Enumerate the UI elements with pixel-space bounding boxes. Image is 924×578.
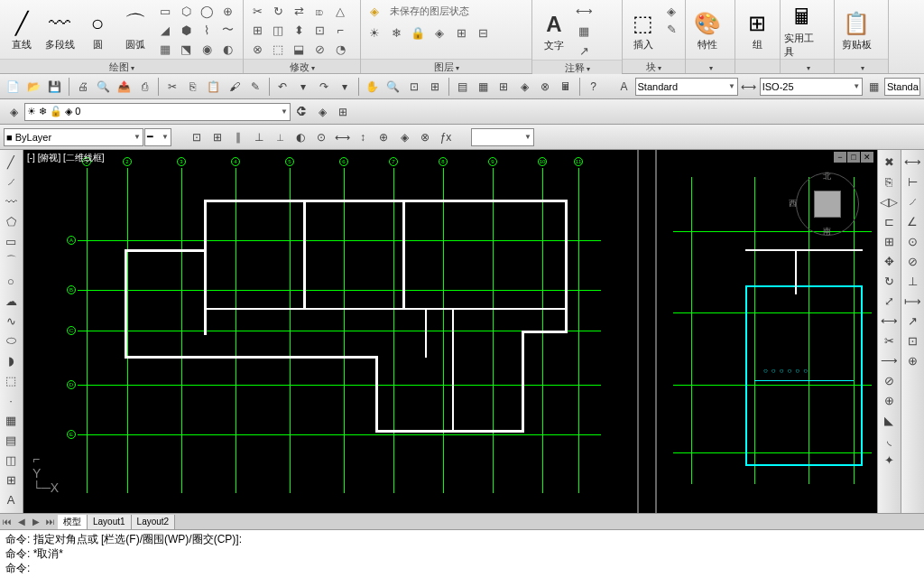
para-tool[interactable]: ⊕ [374,127,393,147]
arc-button[interactable]: ⌒圆弧 [117,2,153,59]
textstyle-icon[interactable]: A [614,77,634,97]
props-icon[interactable]: ▤ [453,77,473,97]
text-button[interactable]: A文字 [536,2,572,60]
region-icon[interactable]: ◫ [0,450,22,470]
markup-icon[interactable]: ⊗ [535,77,555,97]
props-button[interactable]: 🎨特性 [689,2,725,59]
line-button[interactable]: ╱直线 [4,2,40,59]
point-icon[interactable]: · [0,390,22,410]
tab-layout1[interactable]: Layout1 [88,515,132,529]
draw-tool[interactable]: ◢ [155,21,175,39]
fillet-icon[interactable]: ◟ [878,430,900,450]
modify-tool[interactable]: ⎄ [310,2,329,20]
tab-first-icon[interactable]: ⏮ [0,515,14,529]
layer-tool[interactable]: ⊞ [451,23,471,42]
new-icon[interactable]: 📄 [4,77,23,97]
brush-icon[interactable]: ✎ [245,77,265,97]
undo-icon[interactable]: ↶ [273,77,293,97]
modify-tool[interactable]: ⊡ [310,21,329,39]
layer-tool[interactable]: ❄ [386,23,406,42]
viewcube[interactable]: 北 南 西 [796,172,859,236]
ellipsearc-icon[interactable]: ◗ [0,350,22,370]
copy-obj-icon[interactable]: ⎘ [878,172,900,191]
panel-title-layers[interactable]: 图层 [361,59,531,73]
move-icon[interactable]: ✥ [878,251,900,271]
match-icon[interactable]: 🖌 [225,77,245,97]
para-tool[interactable]: ⊗ [415,127,435,147]
draw-tool[interactable]: ⬔ [176,40,196,58]
draw-tool[interactable]: ⊕ [217,2,237,20]
layer-tool[interactable]: ⊟ [473,23,493,42]
para-tool[interactable]: ⊙ [311,127,331,147]
tool-icon[interactable]: ⊞ [494,77,513,97]
command-line[interactable]: 命令: 指定对角点或 [栏选(F)/圈围(WP)/圈交(CP)]: 命令: *取… [0,529,924,578]
tab-model[interactable]: 模型 [58,515,88,529]
para-tool[interactable]: ∥ [228,127,248,147]
dim-lin-icon[interactable]: ⊢ [901,172,923,191]
layer-tool[interactable]: 🔒 [408,23,428,42]
draw-tool[interactable]: ▦ [155,40,175,58]
layer-mgr-icon[interactable]: ◈ [4,102,23,122]
modify-tool[interactable]: ⇄ [289,2,309,20]
chamfer-icon[interactable]: ◣ [878,410,900,430]
preview-icon[interactable]: 🔍 [94,77,114,97]
layer-props-icon[interactable]: ◈ [365,2,384,20]
dist-icon[interactable]: ⟷ [901,152,923,172]
xline-icon[interactable]: ⟋ [0,172,22,191]
panel-title-modify[interactable]: 修改 [244,59,360,73]
para-tool[interactable]: ◐ [291,127,310,147]
leader-tool[interactable]: ↗ [574,42,594,60]
layer-tool[interactable]: ◈ [430,23,449,42]
help-icon[interactable]: ? [584,77,604,97]
panel-title-block[interactable]: 块 [623,59,685,73]
pline-icon[interactable]: 〰 [0,191,22,211]
para-tool[interactable]: ◈ [394,127,414,147]
dim-style-combo[interactable]: ISO-25▼ [760,78,863,96]
modify-tool[interactable]: ⊘ [310,40,329,58]
table-style-combo[interactable]: Standa [884,78,920,96]
panel-title-props[interactable] [686,59,735,73]
insert-button[interactable]: ⬚插入 [626,2,660,59]
para-tool[interactable]: ⊥ [249,127,269,147]
group-button[interactable]: ⊞组 [739,2,775,59]
block-tool[interactable]: ◈ [661,2,681,20]
mirror-icon[interactable]: ◁▷ [878,191,900,211]
modify-tool[interactable]: ↻ [268,2,288,20]
panel-title-utils[interactable] [781,59,834,73]
tablestyle-icon[interactable]: ▦ [864,77,883,97]
dim-dia-icon[interactable]: ⊘ [901,251,923,271]
layer-iso-icon[interactable]: ⊞ [333,102,353,122]
ws-combo[interactable]: ▼ [471,128,534,146]
zoom-win-icon[interactable]: ⊡ [404,77,424,97]
spline-icon[interactable]: ∿ [0,311,22,331]
calc-icon[interactable]: 🖩 [556,77,576,97]
sheet-icon[interactable]: ▦ [473,77,493,97]
cut-icon[interactable]: ✂ [162,77,182,97]
draw-tool[interactable]: ◯ [197,2,217,20]
dim-ang-icon[interactable]: ∠ [901,211,923,231]
draw-tool[interactable]: ◉ [197,40,217,58]
arc-icon[interactable]: ⌒ [0,251,22,271]
text-style-combo[interactable]: Standard▼ [635,78,738,96]
para-tool[interactable]: ⟷ [332,127,352,147]
panel-title-annotate[interactable]: 注释 [532,60,622,74]
trim-icon[interactable]: ✂ [878,331,900,350]
viewport-label[interactable]: [-] [俯视] [二维线框] [27,152,105,164]
gradient-icon[interactable]: ▤ [0,430,22,450]
zoom-icon[interactable]: 🔍 [383,77,403,97]
lw-combo[interactable]: ━▼ [144,128,171,146]
drawing-canvas[interactable]: [-] [俯视] [二维线框] − □ ✕ 北 南 西 ⌐Y└─X [23,150,877,513]
open-icon[interactable]: 📂 [24,77,44,97]
modify-tool[interactable]: ◔ [330,40,350,58]
redo-drop-icon[interactable]: ▾ [335,77,355,97]
tab-prev-icon[interactable]: ◀ [14,515,29,529]
circle-button[interactable]: ○圆 [79,2,116,59]
line-icon[interactable]: ╱ [0,152,22,172]
para-tool[interactable]: ƒx [436,127,456,147]
utils-button[interactable]: 🖩实用工具 [784,2,820,59]
modify-tool[interactable]: ⬍ [289,21,309,39]
join-icon[interactable]: ⊕ [878,390,900,410]
redo-icon[interactable]: ↷ [314,77,334,97]
explode-icon[interactable]: ✦ [878,450,900,470]
dim-cont-icon[interactable]: ⟼ [901,291,923,311]
